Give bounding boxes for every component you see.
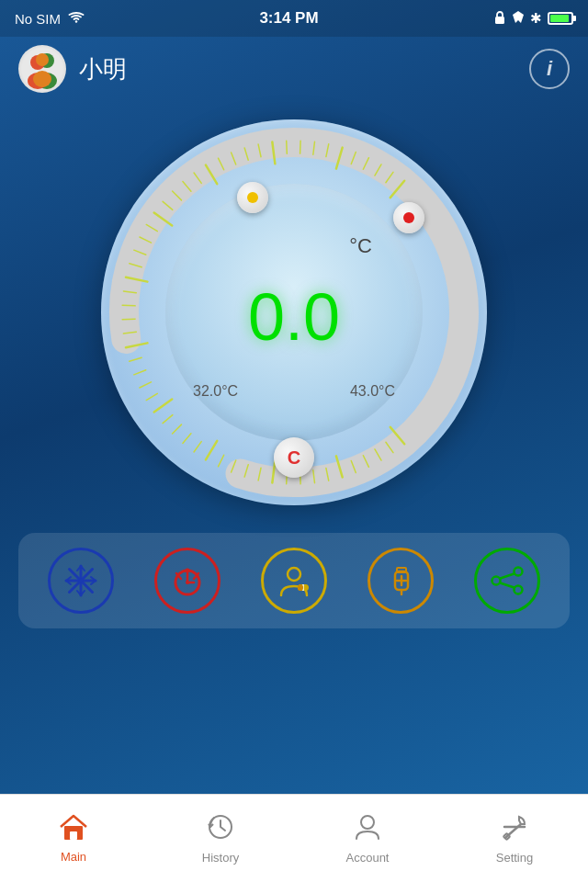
knob-high-dot [403,212,414,223]
svg-line-95 [501,574,514,579]
tab-setting-label: Setting [496,851,533,865]
user-name: 小明 [79,53,127,85]
svg-rect-88 [397,568,406,572]
location-icon [512,10,525,28]
svg-point-92 [514,568,523,576]
temperature-value: 0.0 [248,284,340,350]
knob-low-dot [247,192,258,203]
svg-point-83 [288,568,300,581]
avatar [18,45,66,93]
tab-main[interactable]: Main [0,795,147,882]
svg-line-25 [183,434,191,444]
svg-line-28 [154,400,173,413]
gauge-inner: °C 0.0 32.0°C 43.0°C [165,184,423,441]
medicine-button[interactable] [368,548,434,614]
svg-line-55 [300,141,301,153]
svg-line-22 [218,455,223,467]
knob-low[interactable] [237,182,268,213]
account-icon [355,813,380,847]
gauge-outer: Generated ticks via JS below °C 0.0 32.0… [101,119,487,505]
tab-history-label: History [202,851,239,865]
svg-point-5 [36,53,49,66]
tab-history[interactable]: History [147,795,294,882]
header-left: 小明 [18,45,127,93]
svg-rect-0 [495,17,504,24]
bluetooth-icon: ✱ [530,10,542,27]
celsius-label: C [288,447,300,469]
tab-setting[interactable]: Setting [441,795,588,882]
svg-line-96 [501,583,514,588]
svg-line-27 [163,415,173,424]
avatar-svg [21,48,63,90]
status-bar: No SIM 3:14 PM ✱ [0,0,588,37]
tab-account-label: Account [346,851,390,865]
svg-point-82 [186,569,190,573]
svg-point-93 [492,577,501,585]
status-right: ✱ [493,10,573,28]
range-labels: 32.0°C 43.0°C [165,383,423,400]
battery-icon [548,12,573,25]
alarm-button[interactable] [154,548,220,614]
gauge-container: Generated ticks via JS below °C 0.0 32.0… [0,119,588,505]
knob-high[interactable] [393,202,424,233]
svg-line-35 [122,319,135,320]
range-max: 43.0°C [350,383,395,400]
svg-line-29 [146,393,157,400]
svg-rect-98 [70,831,77,840]
tab-bar: Main History Account [0,794,588,882]
svg-line-23 [206,441,217,460]
toolbar [18,533,570,628]
home-icon [59,814,88,846]
tab-account[interactable]: Account [294,795,441,882]
carrier-text: No SIM [15,11,61,27]
setting-icon [501,813,528,847]
svg-line-36 [122,305,135,306]
svg-point-94 [514,586,523,594]
svg-point-6 [33,71,51,87]
history-icon [207,813,234,847]
celsius-button[interactable]: C [274,437,314,478]
range-min: 32.0°C [193,383,238,400]
share-button[interactable] [474,548,540,614]
svg-line-31 [134,370,146,375]
status-time: 3:14 PM [259,9,318,28]
svg-rect-86 [298,584,303,591]
svg-line-54 [287,141,288,153]
profile-button[interactable] [261,548,327,614]
header: 小明 i [0,37,588,101]
status-left: No SIM [15,11,85,27]
svg-line-32 [130,357,141,361]
tab-main-label: Main [61,850,86,864]
unit-label: °C [349,234,372,258]
svg-line-26 [173,424,182,434]
svg-line-30 [140,382,152,388]
wifi-icon [68,11,85,27]
svg-point-100 [361,816,374,829]
info-button[interactable]: i [529,49,570,89]
freeze-button[interactable] [48,548,114,614]
svg-line-24 [194,442,201,452]
lock-icon [493,10,506,28]
